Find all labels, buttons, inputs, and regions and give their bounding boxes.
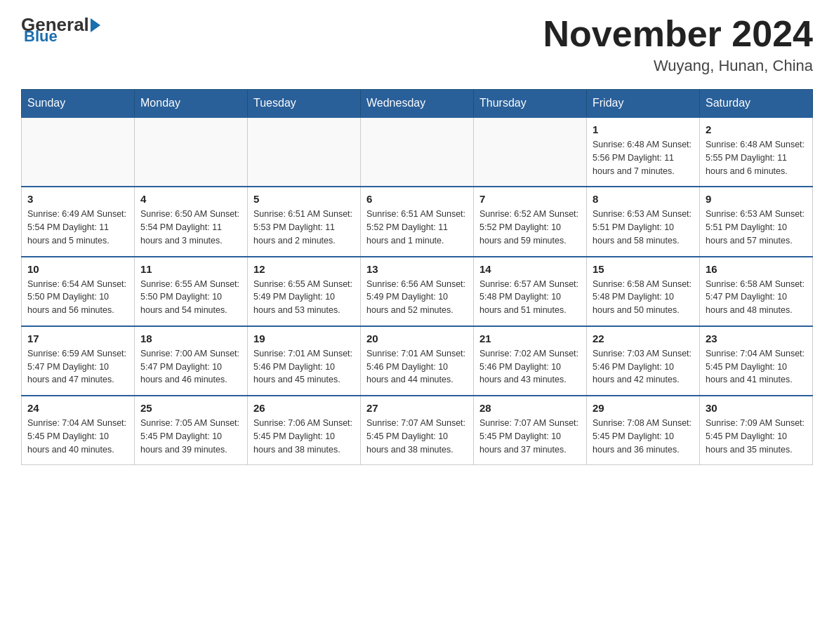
header-day-wednesday: Wednesday: [361, 90, 474, 118]
day-info: Sunrise: 6:54 AM Sunset: 5:50 PM Dayligh…: [27, 278, 128, 317]
day-cell: 22Sunrise: 7:03 AM Sunset: 5:46 PM Dayli…: [587, 326, 700, 396]
day-info: Sunrise: 7:04 AM Sunset: 5:45 PM Dayligh…: [27, 417, 128, 456]
location-title: Wuyang, Hunan, China: [543, 57, 813, 75]
day-number: 27: [366, 402, 468, 414]
day-cell: 7Sunrise: 6:52 AM Sunset: 5:52 PM Daylig…: [474, 187, 587, 256]
title-area: November 2024 Wuyang, Hunan, China: [543, 14, 813, 75]
day-number: 14: [479, 263, 581, 275]
day-number: 28: [479, 402, 581, 414]
day-cell: 10Sunrise: 6:54 AM Sunset: 5:50 PM Dayli…: [22, 257, 135, 326]
day-number: 21: [479, 333, 581, 344]
day-cell: [474, 117, 587, 187]
day-number: 4: [140, 193, 241, 205]
day-number: 11: [140, 263, 241, 275]
day-number: 23: [706, 333, 807, 344]
header-day-tuesday: Tuesday: [248, 90, 361, 118]
header-day-sunday: Sunday: [22, 90, 135, 118]
day-info: Sunrise: 6:55 AM Sunset: 5:49 PM Dayligh…: [253, 278, 355, 317]
day-number: 19: [253, 333, 355, 344]
day-cell: 12Sunrise: 6:55 AM Sunset: 5:49 PM Dayli…: [248, 257, 361, 326]
day-number: 18: [140, 333, 241, 344]
header-day-friday: Friday: [587, 90, 700, 118]
day-info: Sunrise: 7:07 AM Sunset: 5:45 PM Dayligh…: [479, 417, 581, 456]
day-cell: 4Sunrise: 6:50 AM Sunset: 5:54 PM Daylig…: [135, 187, 248, 256]
day-info: Sunrise: 6:59 AM Sunset: 5:47 PM Dayligh…: [27, 347, 128, 387]
day-number: 3: [27, 193, 128, 205]
day-info: Sunrise: 7:03 AM Sunset: 5:46 PM Dayligh…: [593, 347, 694, 387]
header: General Blue November 2024 Wuyang, Hunan…: [21, 14, 813, 75]
day-info: Sunrise: 7:01 AM Sunset: 5:46 PM Dayligh…: [366, 347, 468, 387]
day-number: 7: [479, 193, 581, 205]
day-cell: [361, 117, 474, 187]
week-row-1: 3Sunrise: 6:49 AM Sunset: 5:54 PM Daylig…: [22, 187, 813, 256]
day-cell: [22, 117, 135, 187]
calendar-table: SundayMondayTuesdayWednesdayThursdayFrid…: [21, 89, 813, 465]
day-number: 12: [253, 263, 355, 275]
day-info: Sunrise: 7:09 AM Sunset: 5:45 PM Dayligh…: [706, 417, 807, 456]
day-number: 9: [706, 193, 807, 205]
week-row-3: 17Sunrise: 6:59 AM Sunset: 5:47 PM Dayli…: [22, 326, 813, 396]
day-cell: 30Sunrise: 7:09 AM Sunset: 5:45 PM Dayli…: [700, 396, 813, 465]
logo-blue-text: Blue: [24, 27, 58, 46]
day-cell: 1Sunrise: 6:48 AM Sunset: 5:56 PM Daylig…: [587, 117, 700, 187]
day-info: Sunrise: 6:56 AM Sunset: 5:49 PM Dayligh…: [366, 278, 468, 317]
day-info: Sunrise: 7:08 AM Sunset: 5:45 PM Dayligh…: [593, 417, 694, 456]
day-cell: 5Sunrise: 6:51 AM Sunset: 5:53 PM Daylig…: [248, 187, 361, 256]
day-number: 13: [366, 263, 468, 275]
week-row-0: 1Sunrise: 6:48 AM Sunset: 5:56 PM Daylig…: [22, 117, 813, 187]
day-cell: 15Sunrise: 6:58 AM Sunset: 5:48 PM Dayli…: [587, 257, 700, 326]
day-number: 20: [366, 333, 468, 344]
day-number: 1: [593, 123, 694, 135]
day-cell: 2Sunrise: 6:48 AM Sunset: 5:55 PM Daylig…: [700, 117, 813, 187]
header-day-thursday: Thursday: [474, 90, 587, 118]
day-number: 22: [593, 333, 694, 344]
header-day-monday: Monday: [135, 90, 248, 118]
day-number: 2: [706, 123, 807, 135]
day-cell: 17Sunrise: 6:59 AM Sunset: 5:47 PM Dayli…: [22, 326, 135, 396]
day-number: 24: [27, 402, 128, 414]
day-info: Sunrise: 7:02 AM Sunset: 5:46 PM Dayligh…: [479, 347, 581, 387]
week-row-2: 10Sunrise: 6:54 AM Sunset: 5:50 PM Dayli…: [22, 257, 813, 326]
day-info: Sunrise: 6:52 AM Sunset: 5:52 PM Dayligh…: [479, 208, 581, 247]
day-info: Sunrise: 6:53 AM Sunset: 5:51 PM Dayligh…: [706, 208, 807, 247]
day-cell: 6Sunrise: 6:51 AM Sunset: 5:52 PM Daylig…: [361, 187, 474, 256]
day-cell: 8Sunrise: 6:53 AM Sunset: 5:51 PM Daylig…: [587, 187, 700, 256]
day-info: Sunrise: 6:48 AM Sunset: 5:56 PM Dayligh…: [593, 138, 694, 177]
day-cell: 29Sunrise: 7:08 AM Sunset: 5:45 PM Dayli…: [587, 396, 700, 465]
day-info: Sunrise: 6:57 AM Sunset: 5:48 PM Dayligh…: [479, 278, 581, 317]
day-cell: 20Sunrise: 7:01 AM Sunset: 5:46 PM Dayli…: [361, 326, 474, 396]
day-number: 30: [706, 402, 807, 414]
day-info: Sunrise: 7:06 AM Sunset: 5:45 PM Dayligh…: [253, 417, 355, 456]
day-cell: 25Sunrise: 7:05 AM Sunset: 5:45 PM Dayli…: [135, 396, 248, 465]
header-day-saturday: Saturday: [700, 90, 813, 118]
day-cell: 19Sunrise: 7:01 AM Sunset: 5:46 PM Dayli…: [248, 326, 361, 396]
day-cell: 24Sunrise: 7:04 AM Sunset: 5:45 PM Dayli…: [22, 396, 135, 465]
day-info: Sunrise: 6:49 AM Sunset: 5:54 PM Dayligh…: [27, 208, 128, 247]
day-cell: 26Sunrise: 7:06 AM Sunset: 5:45 PM Dayli…: [248, 396, 361, 465]
day-cell: 16Sunrise: 6:58 AM Sunset: 5:47 PM Dayli…: [700, 257, 813, 326]
day-number: 8: [593, 193, 694, 205]
day-cell: [135, 117, 248, 187]
day-cell: 23Sunrise: 7:04 AM Sunset: 5:45 PM Dayli…: [700, 326, 813, 396]
logo-arrow-icon: [91, 18, 100, 32]
day-cell: 28Sunrise: 7:07 AM Sunset: 5:45 PM Dayli…: [474, 396, 587, 465]
day-number: 17: [27, 333, 128, 344]
day-cell: 21Sunrise: 7:02 AM Sunset: 5:46 PM Dayli…: [474, 326, 587, 396]
day-number: 16: [706, 263, 807, 275]
day-info: Sunrise: 7:04 AM Sunset: 5:45 PM Dayligh…: [706, 347, 807, 387]
day-cell: 3Sunrise: 6:49 AM Sunset: 5:54 PM Daylig…: [22, 187, 135, 256]
day-info: Sunrise: 6:53 AM Sunset: 5:51 PM Dayligh…: [593, 208, 694, 247]
day-cell: 27Sunrise: 7:07 AM Sunset: 5:45 PM Dayli…: [361, 396, 474, 465]
day-info: Sunrise: 6:51 AM Sunset: 5:53 PM Dayligh…: [253, 208, 355, 247]
day-number: 5: [253, 193, 355, 205]
day-cell: 14Sunrise: 6:57 AM Sunset: 5:48 PM Dayli…: [474, 257, 587, 326]
day-number: 15: [593, 263, 694, 275]
day-number: 10: [27, 263, 128, 275]
day-number: 29: [593, 402, 694, 414]
day-info: Sunrise: 7:01 AM Sunset: 5:46 PM Dayligh…: [253, 347, 355, 387]
day-info: Sunrise: 6:58 AM Sunset: 5:48 PM Dayligh…: [593, 278, 694, 317]
day-cell: 13Sunrise: 6:56 AM Sunset: 5:49 PM Dayli…: [361, 257, 474, 326]
logo: General Blue: [21, 14, 102, 46]
calendar-header-row: SundayMondayTuesdayWednesdayThursdayFrid…: [22, 90, 813, 118]
day-info: Sunrise: 6:58 AM Sunset: 5:47 PM Dayligh…: [706, 278, 807, 317]
